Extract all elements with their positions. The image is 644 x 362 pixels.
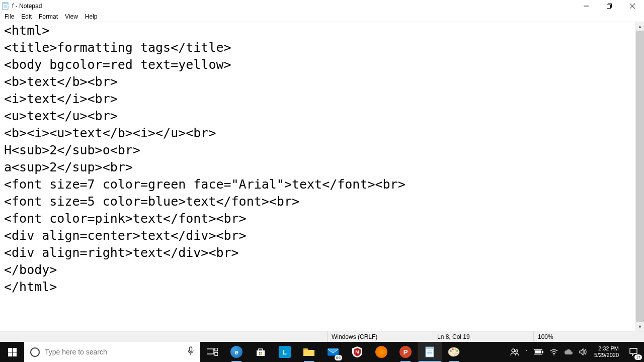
window-controls <box>575 0 644 12</box>
svg-rect-18 <box>215 352 218 355</box>
taskbar-app-explorer[interactable] <box>297 342 321 362</box>
svg-rect-22 <box>261 354 263 355</box>
window-title: f - Notepad <box>12 3 42 10</box>
cortana-icon <box>30 347 40 357</box>
tray-wifi[interactable] <box>547 342 561 362</box>
people-icon <box>510 348 519 356</box>
store-icon <box>255 346 267 358</box>
svg-rect-14 <box>190 347 192 351</box>
wifi-icon <box>550 348 558 355</box>
svg-rect-19 <box>259 352 261 353</box>
taskbar-app-mcafee[interactable]: M <box>345 342 369 362</box>
status-line-ending: Windows (CRLF) <box>327 331 433 342</box>
mail-badge: 66 <box>335 355 342 360</box>
close-button[interactable] <box>621 0 644 12</box>
battery-icon <box>534 349 544 355</box>
microphone-icon[interactable] <box>187 346 194 357</box>
svg-rect-11 <box>13 348 17 352</box>
taskbar-app-mail[interactable]: 66 <box>321 342 345 362</box>
speaker-icon <box>579 348 587 355</box>
svg-rect-26 <box>426 347 434 349</box>
tray-volume[interactable] <box>576 342 590 362</box>
svg-point-32 <box>452 348 453 350</box>
svg-point-35 <box>512 349 515 352</box>
svg-rect-13 <box>13 352 17 356</box>
mcafee-icon: M <box>351 346 363 358</box>
svg-point-33 <box>454 348 456 350</box>
vertical-scrollbar[interactable]: ▲ ▼ <box>635 22 644 331</box>
taskbar-app-powerpoint[interactable]: P <box>393 342 418 362</box>
svg-rect-21 <box>259 354 261 355</box>
scroll-down-arrow-icon[interactable]: ▼ <box>636 322 644 331</box>
file-explorer-icon <box>303 346 315 358</box>
svg-text:M: M <box>355 349 359 354</box>
svg-rect-16 <box>207 349 214 354</box>
search-input[interactable] <box>45 348 182 356</box>
taskbar-app-lenovo[interactable]: L <box>273 342 297 362</box>
svg-point-31 <box>450 350 451 351</box>
svg-rect-12 <box>8 352 12 356</box>
svg-rect-38 <box>542 351 543 353</box>
svg-rect-20 <box>261 352 263 353</box>
chevron-up-icon: ˄ <box>525 349 528 355</box>
svg-rect-17 <box>215 348 218 351</box>
action-center-badge: 17 <box>634 354 642 360</box>
taskbar-search[interactable] <box>24 342 200 362</box>
minimize-button[interactable] <box>575 0 598 12</box>
taskbar-app-store[interactable] <box>249 342 273 362</box>
clock-date: 5/29/2020 <box>594 352 619 358</box>
taskview-button[interactable] <box>200 342 224 362</box>
clock-time: 2:32 PM <box>598 345 619 352</box>
status-zoom: 100% <box>533 331 644 342</box>
svg-point-36 <box>516 350 518 352</box>
scrollbar-thumb[interactable] <box>636 31 644 322</box>
powerpoint-icon: P <box>399 346 412 358</box>
lenovo-icon: L <box>279 346 291 358</box>
menu-help[interactable]: Help <box>82 12 101 21</box>
status-cursor-position: Ln 8, Col 19 <box>433 331 533 342</box>
menu-view[interactable]: View <box>61 12 82 21</box>
system-tray: ˄ 2:32 PM 5/29/2020 17 <box>507 342 644 362</box>
svg-rect-1 <box>3 3 8 4</box>
menu-bar: File Edit Format View Help <box>0 12 644 22</box>
tray-battery[interactable] <box>531 342 547 362</box>
title-bar: f - Notepad <box>0 0 644 12</box>
status-bar: Windows (CRLF) Ln 8, Col 19 100% <box>0 331 644 342</box>
taskbar-app-edge[interactable]: e <box>224 342 249 362</box>
paint-icon <box>448 346 460 358</box>
firefox-icon <box>375 346 387 358</box>
taskbar-app-paint[interactable] <box>442 342 466 362</box>
notepad-taskbar-icon <box>424 346 436 358</box>
menu-file[interactable]: File <box>1 12 18 21</box>
notepad-icon <box>2 2 10 10</box>
menu-format[interactable]: Format <box>35 12 61 21</box>
tray-people[interactable] <box>507 342 522 362</box>
tray-clock[interactable]: 2:32 PM 5/29/2020 <box>590 345 623 358</box>
svg-point-34 <box>456 350 458 351</box>
edge-icon: e <box>230 346 243 358</box>
task-view-icon <box>207 348 218 356</box>
tray-action-center[interactable]: 17 <box>623 342 644 362</box>
svg-rect-39 <box>535 350 541 353</box>
scroll-up-arrow-icon[interactable]: ▲ <box>636 22 644 31</box>
taskbar-app-firefox[interactable] <box>369 342 393 362</box>
cloud-icon <box>564 349 573 355</box>
taskbar-app-notepad[interactable] <box>418 342 442 362</box>
svg-rect-7 <box>607 5 611 8</box>
start-button[interactable] <box>0 342 24 362</box>
menu-edit[interactable]: Edit <box>18 12 35 21</box>
svg-rect-10 <box>8 348 12 352</box>
tray-show-hidden[interactable]: ˄ <box>522 342 531 362</box>
client-area: <html> <title>formatting tags</title> <b… <box>0 22 644 331</box>
text-editor[interactable]: <html> <title>formatting tags</title> <b… <box>0 22 635 331</box>
tray-onedrive[interactable] <box>561 342 576 362</box>
maximize-button[interactable] <box>598 0 621 12</box>
windows-logo-icon <box>8 348 17 356</box>
svg-point-40 <box>553 354 554 355</box>
taskbar: e L 66 M P <box>0 342 644 362</box>
